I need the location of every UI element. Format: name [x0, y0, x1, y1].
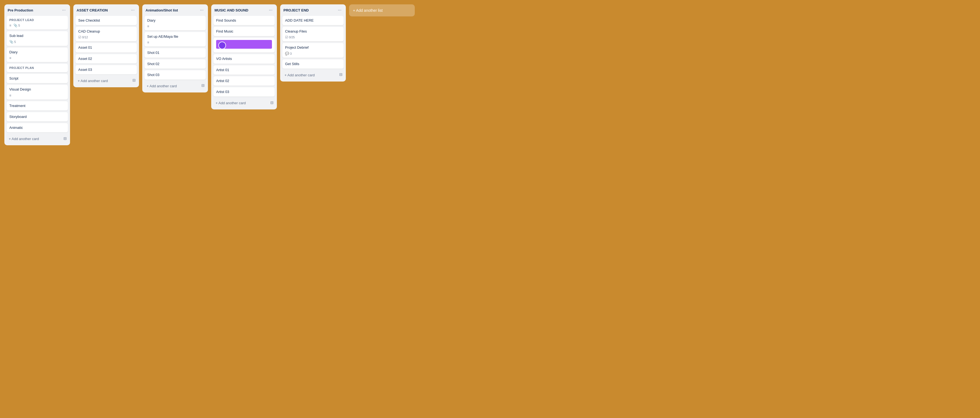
card-meta: ≡	[147, 40, 203, 45]
card-visual-design[interactable]: Visual Design≡	[6, 85, 68, 99]
card-shot-03[interactable]: Shot 03	[145, 70, 206, 79]
card-label: Shot 02	[147, 62, 203, 67]
card-storyboard[interactable]: Storyboard	[6, 112, 68, 121]
card-get-stills[interactable]: Get Stills	[282, 59, 344, 69]
card-meta: ☑0/12	[78, 35, 134, 39]
card-cleanup-files[interactable]: Cleanup Files☑0/25	[282, 27, 344, 41]
list-title-animation-shot-list: Animation/Shot list	[146, 8, 178, 12]
card-artist-03[interactable]: Artist 03	[213, 87, 275, 97]
card-cad-cleanup[interactable]: CAD Cleanup☑0/12	[75, 27, 137, 41]
list-asset-creation: ASSET CREATION···See ChecklistCAD Cleanu…	[73, 5, 139, 87]
card-diary-pre[interactable]: Diary≡	[6, 48, 68, 62]
card-meta-lines: ≡	[147, 40, 149, 45]
list-title-asset-creation: ASSET CREATION	[76, 8, 108, 12]
card-label: Set up AE/Maya file	[147, 34, 203, 39]
card-project-plan[interactable]: PROJECT PLAN	[6, 64, 68, 72]
add-card-button[interactable]: + Add another card	[282, 72, 338, 79]
card-treatment[interactable]: Treatment	[6, 101, 68, 111]
comment-icon: 💬	[285, 52, 289, 56]
lines-icon: ≡	[9, 94, 11, 97]
card-setup-ae-maya[interactable]: Set up AE/Maya file≡	[145, 32, 206, 46]
card-project-lead[interactable]: PROJECT LEAD≡📎5	[6, 16, 68, 30]
list-menu-icon[interactable]: ···	[130, 7, 136, 13]
list-title-music-and-sound: MUSIC AND SOUND	[215, 8, 248, 12]
card-label: Artist 01	[216, 68, 272, 73]
card-label: Asset 02	[78, 56, 134, 61]
card-template-icon[interactable]: ⊟	[62, 135, 68, 142]
card-label: PROJECT LEAD	[9, 18, 65, 22]
card-find-music[interactable]: Find Music	[213, 27, 275, 36]
card-asset-01[interactable]: Asset 01	[75, 43, 137, 52]
card-find-sounds[interactable]: Find Sounds	[213, 16, 275, 25]
card-label: Find Sounds	[216, 18, 272, 23]
list-menu-icon[interactable]: ···	[268, 7, 274, 13]
card-meta: 📎5	[9, 40, 65, 44]
card-meta: ≡	[9, 56, 65, 60]
card-meta-lines: ≡	[9, 24, 11, 27]
card-vo-artists[interactable]: VO Artists	[213, 54, 275, 64]
card-template-icon[interactable]: ⊟	[338, 71, 344, 78]
list-header-asset-creation: ASSET CREATION···	[75, 7, 137, 13]
list-header-pre-production: Pre Production···	[6, 7, 68, 13]
card-shot-02[interactable]: Shot 02	[145, 59, 206, 69]
card-template-icon[interactable]: ⊟	[131, 77, 137, 83]
add-card-button[interactable]: + Add another card	[6, 135, 62, 143]
card-shot-01[interactable]: Shot 01	[145, 48, 206, 57]
add-list-button[interactable]: + Add another list	[349, 5, 415, 16]
card-meta-lines: ≡	[9, 94, 11, 97]
add-card-button[interactable]: + Add another card	[213, 99, 269, 107]
card-template-icon[interactable]: ⊟	[269, 99, 275, 106]
card-meta: 💬3	[285, 52, 341, 56]
card-template-icon[interactable]: ⊟	[200, 82, 206, 89]
card-meta-checklist: ☑0/12	[78, 35, 88, 39]
card-asset-03[interactable]: Asset 03	[75, 65, 137, 75]
card-label: Artist 02	[216, 78, 272, 83]
card-add-date[interactable]: ADD DATE HERE	[282, 16, 344, 25]
card-color-bar	[216, 40, 272, 49]
card-label: Project Debrief	[285, 45, 341, 50]
card-meta-attachment: 📎5	[9, 40, 16, 44]
card-meta: ≡	[9, 94, 65, 97]
card-meta-checklist: ☑0/25	[285, 35, 295, 39]
card-artist-01[interactable]: Artist 01	[213, 65, 275, 75]
card-animatic[interactable]: Animatic	[6, 123, 68, 132]
card-meta-attachment: 📎5	[13, 24, 20, 27]
card-diary-anim[interactable]: Diary≡	[145, 16, 206, 30]
card-label: Treatment	[9, 103, 65, 108]
card-meta: ≡📎5	[9, 24, 65, 27]
add-card-button[interactable]: + Add another card	[75, 77, 131, 84]
card-label: Visual Design	[9, 87, 65, 92]
card-project-debrief[interactable]: Project Debrief💬3	[282, 43, 344, 57]
card-meta: ☑0/25	[285, 35, 341, 39]
card-color-card[interactable]	[213, 38, 275, 52]
card-label: Asset 01	[78, 45, 134, 50]
card-asset-02[interactable]: Asset 02	[75, 54, 137, 64]
checklist-icon: ☑	[78, 35, 81, 39]
card-label: Animatic	[9, 125, 65, 130]
card-label: Shot 01	[147, 50, 203, 55]
add-card-actions: + Add another card⊟	[213, 98, 275, 107]
add-card-button[interactable]: + Add another card	[145, 82, 200, 90]
card-label: Sub lead	[9, 33, 65, 38]
list-menu-icon[interactable]: ···	[199, 7, 205, 13]
card-see-checklist[interactable]: See Checklist	[75, 16, 137, 25]
card-meta-count: 0/25	[289, 36, 295, 39]
add-card-actions: + Add another card⊟	[282, 70, 344, 79]
card-artist-02[interactable]: Artist 02	[213, 76, 275, 86]
card-script[interactable]: Script	[6, 74, 68, 83]
card-meta: ≡	[147, 24, 203, 28]
lines-icon: ≡	[147, 24, 149, 28]
card-sub-lead[interactable]: Sub lead📎5	[6, 31, 68, 46]
attachment-icon: 📎	[9, 40, 13, 44]
card-meta-count: 0/12	[82, 36, 88, 39]
checklist-icon: ☑	[285, 35, 288, 39]
card-label: See Checklist	[78, 18, 134, 23]
add-card-actions: + Add another card⊟	[6, 134, 68, 143]
list-menu-icon[interactable]: ···	[61, 7, 67, 13]
list-music-and-sound: MUSIC AND SOUND···Find SoundsFind MusicV…	[211, 5, 277, 110]
list-menu-icon[interactable]: ···	[337, 7, 342, 13]
card-label: Cleanup Files	[285, 29, 341, 34]
list-header-animation-shot-list: Animation/Shot list···	[145, 7, 206, 13]
add-card-actions: + Add another card⊟	[145, 81, 206, 90]
card-label: VO Artists	[216, 56, 272, 61]
